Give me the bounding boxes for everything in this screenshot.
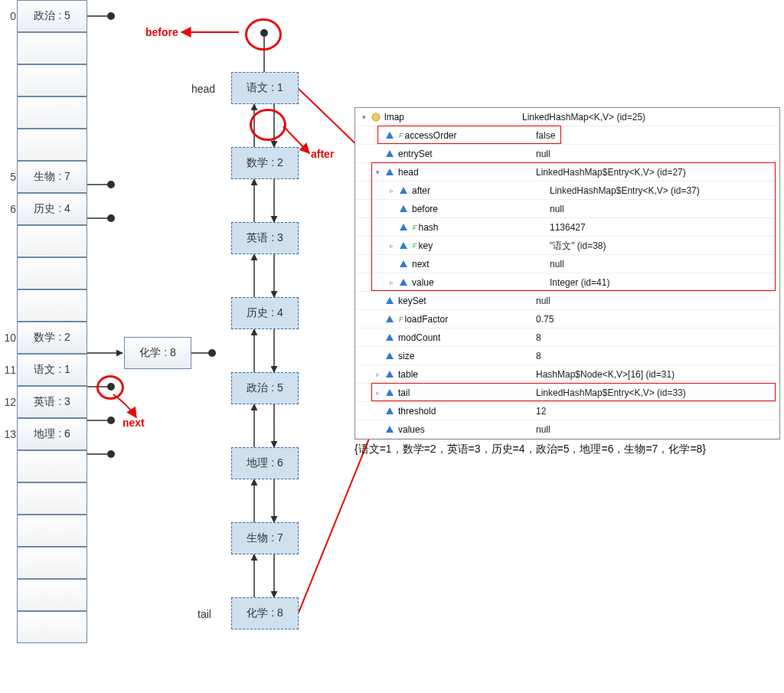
debug-field-value: null (547, 255, 779, 273)
tree-twisty-icon[interactable]: ▹ (372, 387, 383, 398)
debug-field-name: before (412, 200, 438, 218)
svg-marker-41 (386, 352, 394, 359)
debug-row[interactable]: keySetnull (355, 292, 779, 310)
tree-twisty-icon (372, 406, 383, 417)
debug-row[interactable]: Fhash1136427 (355, 218, 779, 237)
linked-list-node-label: 英语 : 3 (247, 231, 283, 245)
map-tostring: {语文=1，数学=2，英语=3，历史=4，政治=5，地理=6，生物=7，化学=8… (354, 443, 706, 456)
bucket-empty (17, 32, 87, 64)
debug-row[interactable]: ▹afterLinkedHashMap$Entry<K,V> (id=37) (355, 181, 779, 200)
debug-field-value: LinkedHashMap$Entry<K,V> (id=27) (533, 163, 779, 181)
field-icon (384, 369, 395, 380)
bucket-index: 10 (2, 332, 16, 344)
field-icon (398, 185, 409, 196)
debug-field-value: 12 (533, 402, 779, 420)
debug-field-value: Integer (id=41) (547, 273, 779, 292)
bucket-empty (17, 96, 87, 129)
tree-twisty-icon[interactable]: ▹ (386, 185, 397, 196)
next-circle-marker (96, 375, 124, 400)
linked-list-node: 地理 : 6 (231, 447, 299, 479)
after-circle-marker (250, 109, 286, 141)
field-icon (384, 149, 395, 159)
linked-list-node-label: 化学 : 8 (247, 606, 283, 620)
bucket-index: 12 (2, 396, 16, 408)
debug-row[interactable]: modCount8 (355, 329, 779, 347)
field-icon (398, 222, 409, 233)
debug-field-value: 8 (533, 347, 779, 365)
debug-field-value: "语文" (id=38) (547, 237, 779, 255)
tree-twisty-icon (372, 130, 383, 141)
debug-field-value: null (533, 292, 779, 310)
debug-field-name: lmap (384, 108, 404, 126)
debug-row[interactable]: ▹valueInteger (id=41) (355, 273, 779, 292)
svg-marker-36 (400, 260, 407, 267)
svg-marker-35 (400, 242, 407, 249)
linked-list-node: 生物 : 7 (231, 522, 299, 554)
debug-field-value: 8 (533, 329, 779, 347)
svg-marker-39 (386, 315, 394, 322)
linked-list-node: 历史 : 4 (231, 297, 299, 329)
svg-marker-37 (400, 279, 407, 286)
bucket-label: 政治 : 5 (34, 9, 70, 23)
linked-list-node-label: 语文 : 1 (247, 81, 283, 95)
debug-row[interactable]: beforenull (355, 200, 779, 218)
debug-row[interactable]: ▹tableHashMap$Node<K,V>[16] (id=31) (355, 365, 779, 384)
debug-field-value: LinkedHashMap<K,V> (id=25) (519, 108, 779, 126)
linked-list-node-label: 政治 : 5 (247, 381, 283, 395)
svg-marker-44 (386, 407, 394, 414)
debug-row[interactable]: valuesnull (355, 420, 779, 439)
debug-field-name: values (398, 420, 425, 439)
svg-marker-43 (386, 389, 394, 396)
tree-twisty-icon (372, 351, 383, 361)
tree-twisty-icon[interactable]: ▾ (372, 167, 383, 178)
debug-row[interactable]: FaccessOrderfalse (355, 126, 779, 145)
debug-row[interactable]: ▹tailLinkedHashMap$Entry<K,V> (id=33) (355, 384, 779, 402)
bucket-filled: 英语 : 312 (17, 386, 87, 418)
debug-row-root[interactable]: ▾lmapLinkedHashMap<K,V> (id=25) (355, 108, 779, 126)
tree-twisty-icon (372, 424, 383, 435)
debug-field-name: after (412, 181, 430, 200)
linked-list-node-label: 历史 : 4 (247, 306, 283, 320)
linked-list-node: 数学 : 2 (231, 147, 299, 179)
bucket-index: 0 (2, 10, 16, 22)
debug-field-name: accessOrder (405, 126, 457, 145)
tree-twisty-icon[interactable]: ▹ (386, 277, 397, 288)
debug-row[interactable]: ▾headLinkedHashMap$Entry<K,V> (id=27) (355, 163, 779, 181)
tree-twisty-icon[interactable]: ▹ (372, 369, 383, 380)
tree-twisty-icon[interactable]: ▾ (358, 112, 369, 123)
field-icon (384, 332, 395, 343)
overflow-node: 化学 : 8 (124, 337, 191, 369)
debug-field-name: entrySet (398, 145, 433, 163)
bucket-empty (17, 579, 87, 611)
debug-row[interactable]: FloadFactor0.75 (355, 310, 779, 329)
field-icon (384, 296, 395, 306)
debug-field-name: next (412, 255, 430, 273)
tree-twisty-icon[interactable]: ▹ (386, 240, 397, 251)
bucket-empty (17, 129, 87, 161)
head-label: head (191, 83, 215, 95)
hash-table: 政治 : 50生物 : 75历史 : 46数学 : 210语文 : 111英语 … (17, 0, 87, 643)
linked-list-node: 语文 : 1 (231, 72, 299, 104)
bucket-empty (17, 515, 87, 547)
field-icon (384, 406, 395, 417)
bucket-filled: 语文 : 111 (17, 354, 87, 386)
linked-list-node-label: 数学 : 2 (247, 156, 283, 170)
field-icon (384, 314, 395, 325)
debug-field-value: false (533, 126, 779, 145)
debug-field-name: value (412, 273, 434, 292)
debug-row[interactable]: entrySetnull (355, 145, 779, 163)
svg-point-28 (372, 113, 380, 121)
null-dot (208, 349, 216, 357)
debug-field-name: hash (419, 218, 439, 237)
svg-marker-45 (386, 426, 394, 433)
bucket-index: 13 (2, 428, 16, 440)
debug-row[interactable]: ▹Fkey"语文" (id=38) (355, 237, 779, 255)
debug-row[interactable]: nextnull (355, 255, 779, 273)
bucket-filled: 历史 : 46 (17, 193, 87, 225)
debug-row[interactable]: threshold12 (355, 402, 779, 420)
linked-list-node-label: 生物 : 7 (247, 531, 283, 545)
svg-marker-38 (386, 297, 394, 304)
bucket-empty (17, 225, 87, 257)
debug-row[interactable]: size8 (355, 347, 779, 365)
field-icon (384, 130, 395, 141)
